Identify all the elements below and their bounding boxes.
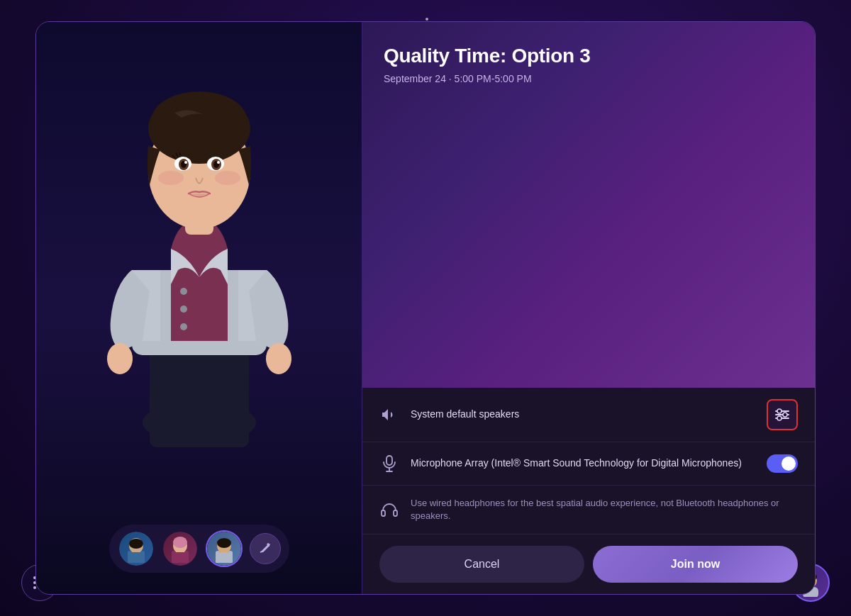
action-bar: Cancel Join now xyxy=(362,534,815,594)
avatar-selector xyxy=(109,525,289,573)
audio-settings-button[interactable] xyxy=(767,399,798,430)
speaker-icon xyxy=(379,405,399,425)
svg-point-21 xyxy=(158,171,184,185)
avatar-option-3[interactable] xyxy=(206,530,243,567)
event-title: Quality Time: Option 3 xyxy=(384,45,794,67)
microphone-toggle[interactable] xyxy=(767,454,798,473)
avatar-option-1[interactable] xyxy=(118,530,155,567)
star xyxy=(425,18,428,21)
microphone-label: Microphone Array (Intel® Smart Sound Tec… xyxy=(411,457,755,471)
svg-rect-48 xyxy=(394,510,397,516)
svg-rect-26 xyxy=(128,551,132,563)
svg-point-5 xyxy=(266,343,291,374)
headphone-tip-label: Use wired headphones for the best spatia… xyxy=(411,497,798,522)
svg-rect-32 xyxy=(184,551,189,563)
svg-point-6 xyxy=(180,288,187,295)
avatar-panel xyxy=(36,22,362,594)
join-button[interactable]: Join now xyxy=(593,546,798,583)
svg-point-34 xyxy=(217,538,231,548)
svg-rect-31 xyxy=(172,551,176,563)
headphone-tip-row: Use wired headphones for the best spatia… xyxy=(362,486,815,534)
avatar-display xyxy=(79,36,320,447)
svg-point-22 xyxy=(215,171,240,185)
svg-point-20 xyxy=(217,161,220,164)
svg-point-7 xyxy=(180,306,187,313)
svg-rect-36 xyxy=(216,551,220,563)
svg-point-42 xyxy=(783,413,787,417)
headphone-icon xyxy=(379,500,399,520)
speaker-row: System default speakers xyxy=(362,388,815,442)
edit-avatar-button[interactable] xyxy=(250,533,281,564)
avatar-option-2[interactable] xyxy=(162,530,199,567)
svg-rect-47 xyxy=(382,510,385,516)
svg-point-8 xyxy=(180,323,187,330)
svg-point-4 xyxy=(107,343,133,374)
main-dialog: Quality Time: Option 3 September 24 · 5:… xyxy=(35,21,816,595)
svg-point-12 xyxy=(151,91,247,151)
svg-point-19 xyxy=(184,161,187,164)
speaker-label: System default speakers xyxy=(411,408,755,422)
svg-rect-27 xyxy=(140,551,145,563)
svg-point-24 xyxy=(129,539,143,549)
microphone-icon xyxy=(379,454,399,474)
svg-rect-44 xyxy=(386,456,392,465)
svg-point-41 xyxy=(777,409,782,413)
svg-point-43 xyxy=(777,416,782,420)
svg-point-29 xyxy=(173,537,187,548)
event-date: September 24 · 5:00 PM-5:00 PM xyxy=(384,73,794,84)
event-preview: Quality Time: Option 3 September 24 · 5:… xyxy=(362,22,815,388)
svg-rect-37 xyxy=(228,551,233,563)
audio-panel: System default speakers xyxy=(362,388,815,534)
cancel-button[interactable]: Cancel xyxy=(379,546,584,583)
microphone-row: Microphone Array (Intel® Smart Sound Tec… xyxy=(362,442,815,486)
right-panel: Quality Time: Option 3 September 24 · 5:… xyxy=(362,22,815,594)
